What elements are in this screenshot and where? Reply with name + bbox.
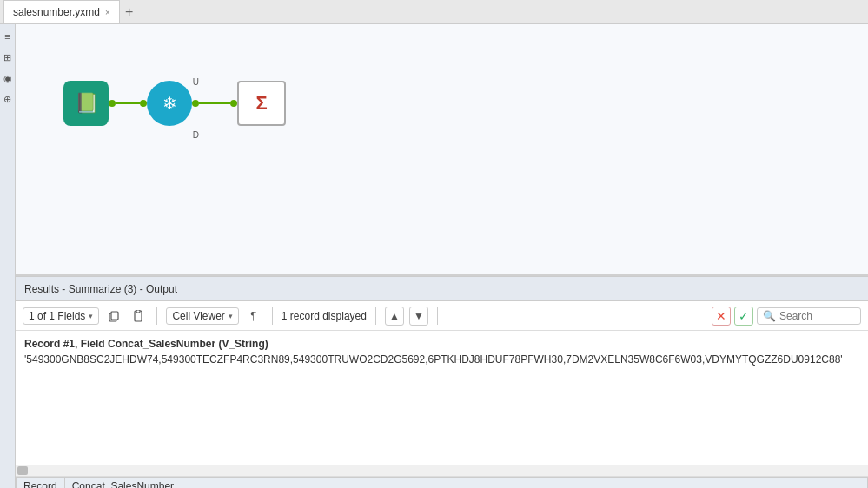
connector-dot-4 [230,100,237,107]
connector-2 [192,100,237,107]
fields-selector[interactable]: 1 of 1 Fields ▾ [23,307,99,325]
connector-dot-1 [109,100,116,107]
search-input[interactable] [779,310,858,322]
copy-icon [108,310,120,322]
left-sidebar: ≡ ⊞ ◉ ⊕ [0,24,16,488]
label-d: D [193,130,199,140]
sidebar-icon-grid[interactable]: ⊞ [1,50,15,64]
paste-button[interactable] [129,307,148,326]
workflow-canvas[interactable]: 📗 ❄ U D [16,24,868,276]
record-header: Record #1, Field Concat_SalesNumber (V_S… [24,338,859,350]
main-content: 📗 ❄ U D [16,24,868,488]
toolbar-divider-4 [437,307,438,325]
para-button[interactable]: ¶ [244,307,263,326]
viewer-selector-label: Cell Viewer [172,310,224,322]
search-icon: 🔍 [763,310,776,322]
nav-down-button[interactable]: ▼ [409,307,428,326]
sigma-icon: Σ [255,92,267,115]
connector-dot-3 [192,100,199,107]
toolbar-right: ✕ ✓ 🔍 [712,307,861,326]
nav-up-button[interactable]: ▲ [385,307,404,326]
results-header-text: Results - Summarize (3) - Output [24,283,177,295]
toolbar-divider-1 [156,307,157,325]
results-toolbar: 1 of 1 Fields ▾ Cell Viewer ▾ [16,301,868,331]
toolbar-divider-3 [375,307,376,325]
connector-dot-2 [140,100,147,107]
svg-rect-3 [136,310,140,313]
fields-selector-label: 1 of 1 Fields [29,310,85,322]
record-value: '549300GNB8SC2JEHDW74,549300TECZFP4RC3RN… [24,353,859,366]
toolbar-divider-2 [272,307,273,325]
input-node[interactable]: 📗 [63,81,109,126]
connector-line-2 [199,102,230,104]
copy-button[interactable] [104,307,123,326]
main-tab[interactable]: salesnumber.yxmd × [3,0,120,23]
tab-bar: salesnumber.yxmd × + [0,0,868,24]
x-icon: ✕ [716,309,726,323]
snowflake-node-wrapper: ❄ U D [147,81,192,126]
clear-button[interactable]: ✕ [712,307,731,326]
book-icon: 📗 [75,92,98,115]
col-header-concat: Concat_SalesNumber [64,478,867,489]
viewer-chevron-icon: ▾ [229,312,233,320]
para-icon: ¶ [250,309,256,322]
add-tab-button[interactable]: + [120,4,138,20]
svg-rect-1 [111,312,118,320]
record-data-area: Record #1, Field Concat_SalesNumber (V_S… [16,331,868,465]
sidebar-icon-circle[interactable]: ◉ [1,71,15,85]
connector-line-1 [116,102,140,104]
table-header-row: Record Concat_SalesNumber [17,478,868,489]
workflow-nodes: 📗 ❄ U D [63,81,286,126]
check-icon: ✓ [739,309,749,323]
col-header-record: Record [17,478,65,489]
tab-label: salesnumber.yxmd [13,6,100,18]
data-table: Record Concat_SalesNumber 1 '549300GNB8S… [16,477,868,488]
label-u: U [193,77,199,87]
snowflake-icon: ❄ [162,93,177,114]
results-header: Results - Summarize (3) - Output [16,277,868,301]
sidebar-icon-plus[interactable]: ⊕ [1,92,15,106]
viewer-selector[interactable]: Cell Viewer ▾ [166,307,238,325]
fields-chevron-icon: ▾ [89,312,93,320]
results-panel: Results - Summarize (3) - Output 1 of 1 … [16,276,868,488]
paste-icon [132,310,144,322]
summarize-node[interactable]: Σ [237,81,286,126]
record-count-label: 1 record displayed [282,310,367,322]
horizontal-scrollbar[interactable] [16,465,868,477]
connector-1 [109,100,147,107]
confirm-button[interactable]: ✓ [734,307,753,326]
tab-close-icon[interactable]: × [105,8,110,17]
sidebar-icon-menu[interactable]: ≡ [1,30,15,43]
snowflake-node[interactable]: ❄ [147,81,192,126]
search-box[interactable]: 🔍 [757,307,861,325]
data-table-container: Record Concat_SalesNumber 1 '549300GNB8S… [16,477,868,488]
scroll-thumb[interactable] [17,466,28,475]
